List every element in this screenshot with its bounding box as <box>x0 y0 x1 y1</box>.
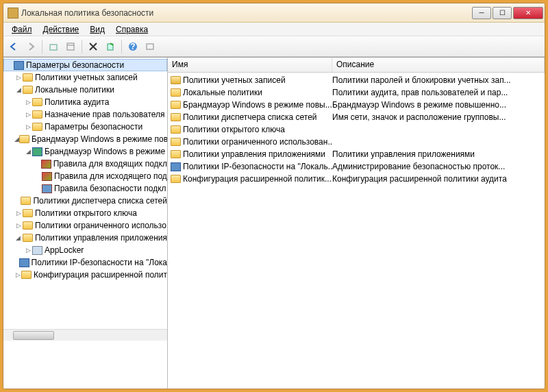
cell-name: Политики ограниченного использован... <box>171 137 332 147</box>
cell-desc: Политики паролей и блокировки учетных за… <box>332 75 545 85</box>
list-row[interactable]: Политики учетных записейПолитики паролей… <box>168 74 545 86</box>
view-button[interactable] <box>142 39 158 54</box>
list-row[interactable]: Политики управления приложениямиПолитики… <box>168 148 545 160</box>
tree-item-fw-sec[interactable]: Правила безопасности подкл <box>32 182 167 195</box>
tree-item-extaudit[interactable]: ▷Конфигурация расширенной полит <box>13 269 167 281</box>
list-row[interactable]: Политики IP-безопасности на "Локаль...Ад… <box>168 160 545 173</box>
tree-item-secparam[interactable]: ▷Параметры безопасности <box>23 121 167 133</box>
tree-item-appctrl[interactable]: ◢Политики управления приложения <box>13 232 167 244</box>
tree-item-netlist[interactable]: Политики диспетчера списка сетей <box>13 195 167 207</box>
tree-label: Политики учетных записей <box>35 73 138 82</box>
tree-item-ipsec[interactable]: Политики IP-безопасности на "Лока <box>13 256 167 269</box>
folder-icon <box>171 150 181 158</box>
forward-button[interactable] <box>23 39 38 54</box>
back-button[interactable] <box>6 39 21 54</box>
expander-icon[interactable]: ▷ <box>14 271 21 278</box>
list-body[interactable]: Политики учетных записейПолитики паролей… <box>168 73 545 389</box>
tree-item-audit[interactable]: ▷Политика аудита <box>23 96 167 108</box>
properties-button[interactable] <box>63 39 78 54</box>
window-controls: ─ ☐ ✕ <box>472 7 543 19</box>
titlebar[interactable]: Локальная политика безопасности ─ ☐ ✕ <box>3 3 545 23</box>
app-icon <box>8 8 18 19</box>
tree-item-fw-in[interactable]: Правила для входящих подкл <box>32 158 167 170</box>
tree-item-rights[interactable]: ▷Назначение прав пользователя <box>23 108 167 121</box>
expander-icon[interactable]: ▷ <box>14 74 23 81</box>
connsec-icon <box>42 184 52 193</box>
expander-icon[interactable]: ▷ <box>24 111 32 118</box>
tree-hscroll[interactable] <box>3 329 167 341</box>
expander-icon[interactable]: ▷ <box>14 210 23 217</box>
maximize-button[interactable]: ☐ <box>493 7 512 19</box>
main-window: Локальная политика безопасности ─ ☐ ✕ Фа… <box>3 3 545 389</box>
expander-icon[interactable]: ▷ <box>24 99 32 106</box>
list-row[interactable]: Политики ограниченного использован... <box>168 136 545 148</box>
list-header: Имя Описание <box>168 58 545 73</box>
tree-label: Политики ограниченного использо <box>35 221 166 230</box>
list-row[interactable]: Брандмауэр Windows в режиме повы...Бранд… <box>168 99 545 111</box>
close-button[interactable]: ✕ <box>513 7 543 19</box>
list-row[interactable]: Локальные политикиПолитики аудита, прав … <box>168 86 545 99</box>
menu-action[interactable]: Действие <box>38 23 85 36</box>
list-row[interactable]: Конфигурация расширенной политик...Конфи… <box>168 173 545 185</box>
tree-label: AppLocker <box>45 245 84 255</box>
folder-lock-icon <box>171 76 181 84</box>
expander-icon[interactable]: ◢ <box>14 234 23 241</box>
tree-item-applocker[interactable]: ▷AppLocker <box>23 244 167 256</box>
scrollbar-thumb[interactable] <box>13 331 54 340</box>
expander-icon[interactable]: ◢ <box>24 148 32 155</box>
svg-rect-1 <box>67 43 74 50</box>
folder-icon <box>171 125 181 134</box>
cell-desc: Имя сети, значок и расположение групповы… <box>332 112 545 122</box>
tree-item-firewall[interactable]: ◢Брандмауэр Windows в режиме пов <box>13 133 167 145</box>
toolbar-separator <box>42 40 42 53</box>
folder-icon <box>23 234 33 242</box>
tree-item-account[interactable]: ▷Политики учетных записей <box>13 71 167 84</box>
toolbar-separator <box>82 40 82 53</box>
firewall-icon <box>32 147 42 156</box>
tree-label: Локальные политики <box>35 85 114 95</box>
menubar: Файл Действие Вид Справка <box>3 23 545 36</box>
column-desc[interactable]: Описание <box>332 58 545 72</box>
tree-item-fw-out[interactable]: Правила для исходящего под <box>32 170 167 182</box>
toolbar: ? <box>3 36 545 57</box>
tree-item-restrict[interactable]: ▷Политики ограниченного использо <box>13 219 167 232</box>
help-button[interactable]: ? <box>125 39 140 54</box>
list-row[interactable]: Политики открытого ключа <box>168 123 545 136</box>
toolbar-separator <box>121 40 122 53</box>
cell-desc: Администрирование безопасностью проток..… <box>332 162 545 171</box>
tree-label: Параметры безопасности <box>45 122 142 132</box>
cell-name: Конфигурация расширенной политик... <box>171 174 332 184</box>
cell-name: Политики управления приложениями <box>171 149 332 159</box>
minimize-button[interactable]: ─ <box>472 7 491 19</box>
list-row[interactable]: Политики диспетчера списка сетейИмя сети… <box>168 111 545 123</box>
expander-icon[interactable]: ▷ <box>24 247 32 254</box>
cell-name: Брандмауэр Windows в режиме повы... <box>171 100 332 110</box>
tree-label: Параметры безопасности <box>26 60 124 70</box>
tree-item-firewall2[interactable]: ◢Брандмауэр Windows в режиме <box>23 145 167 158</box>
up-button[interactable] <box>46 39 61 54</box>
expander-icon[interactable]: ▷ <box>24 123 32 130</box>
tree-label: Политики IP-безопасности на "Лока <box>32 258 167 267</box>
applocker-icon <box>32 246 42 255</box>
delete-button[interactable] <box>86 39 101 54</box>
expander-icon[interactable]: ▷ <box>14 222 23 229</box>
tree-item-pubkey[interactable]: ▷Политики открытого ключа <box>13 207 167 219</box>
tree-label: Брандмауэр Windows в режиме <box>45 147 165 156</box>
folder-icon <box>23 73 33 82</box>
menu-file[interactable]: Файл <box>6 23 38 36</box>
menu-view[interactable]: Вид <box>84 23 110 36</box>
folder-icon <box>32 98 42 106</box>
tree-root[interactable]: Параметры безопасности <box>3 59 167 71</box>
tree-pane[interactable]: Параметры безопасности ▷Политики учетных… <box>3 58 168 389</box>
tree-item-local[interactable]: ◢Локальные политики <box>13 84 167 96</box>
tree-label: Назначение прав пользователя <box>45 110 165 119</box>
expander-icon[interactable]: ◢ <box>14 136 19 143</box>
window-title: Локальная политика безопасности <box>21 8 472 18</box>
tree-label: Правила для исходящего под <box>54 171 167 181</box>
expander-icon[interactable]: ◢ <box>14 86 23 93</box>
export-button[interactable] <box>103 39 118 54</box>
menu-help[interactable]: Справка <box>110 23 153 36</box>
security-icon <box>14 61 24 70</box>
cell-name: Политики диспетчера списка сетей <box>171 112 332 122</box>
column-name[interactable]: Имя <box>168 58 332 72</box>
